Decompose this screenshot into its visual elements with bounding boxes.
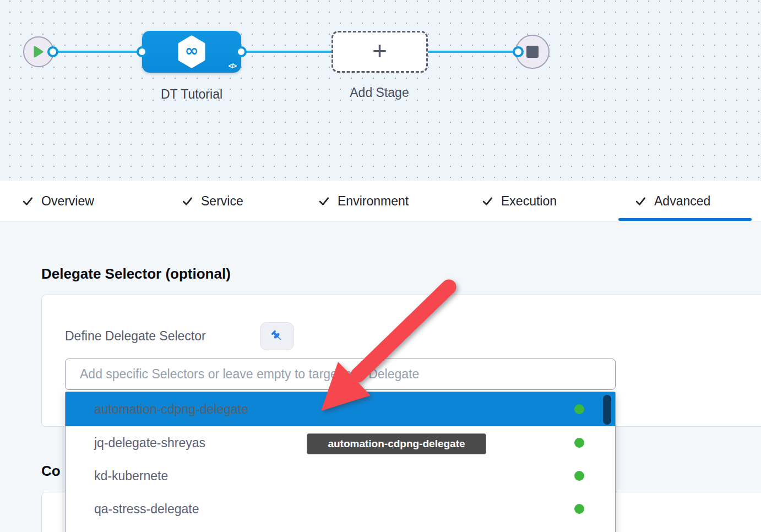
add-stage-label: Add Stage: [319, 85, 440, 100]
check-icon: [635, 196, 646, 207]
stage-node-dt-tutorial[interactable]: ∞ </>: [142, 31, 241, 73]
dropdown-option-qa-stress-delegate[interactable]: qa-stress-delegate: [66, 492, 615, 525]
dropdown-scrollbar-thumb[interactable]: [603, 395, 611, 425]
tab-service[interactable]: Service: [182, 181, 243, 221]
define-delegate-selector-label: Define Delegate Selector: [65, 329, 206, 344]
check-icon: [182, 196, 193, 207]
tab-overview[interactable]: Overview: [22, 181, 94, 221]
connector-port: [47, 46, 58, 57]
stage-node-label: DT Tutorial: [131, 87, 252, 102]
delegate-selector-input[interactable]: [65, 359, 616, 390]
delegate-status-dot: [574, 471, 584, 481]
stop-icon: [526, 46, 539, 58]
tab-environment[interactable]: Environment: [318, 181, 409, 221]
delegate-status-dot: [574, 504, 584, 514]
delegate-name-tooltip: automation-cdpng-delegate: [307, 433, 486, 454]
harness-logo-icon: ∞: [177, 35, 206, 68]
delegate-status-dot: [574, 438, 584, 448]
pipeline-stage-editor: ∞ </> + DT Tutorial Add Stage Overview S…: [0, 0, 761, 532]
pin-icon: [270, 329, 285, 344]
stage-tabbar: Overview Service Environment Execution A…: [0, 181, 761, 221]
play-icon: [34, 46, 44, 58]
delegate-dropdown-menu: automation-cdpng-delegate jq-delegate-sh…: [65, 392, 616, 532]
next-section-title-partial: Co: [41, 463, 61, 480]
dropdown-option-automation-cdpng-delegate[interactable]: automation-cdpng-delegate: [66, 392, 615, 426]
connector-edge: [428, 51, 518, 53]
tab-advanced[interactable]: Advanced: [635, 181, 710, 221]
pin-runtime-input-button[interactable]: [260, 322, 294, 350]
connector-port: [236, 46, 247, 57]
connector-port: [513, 46, 524, 57]
delegate-status-dot: [574, 404, 584, 414]
connector-edge: [241, 51, 333, 53]
check-icon: [22, 196, 34, 207]
connector-port: [137, 46, 148, 57]
tab-execution[interactable]: Execution: [482, 181, 557, 221]
add-stage-button[interactable]: +: [331, 31, 428, 73]
code-icon: </>: [229, 62, 236, 70]
delegate-selector-section-title: Delegate Selector (optional): [41, 265, 231, 283]
active-tab-underline: [618, 218, 752, 221]
check-icon: [318, 196, 330, 207]
check-icon: [482, 196, 493, 207]
pipeline-canvas[interactable]: ∞ </> + DT Tutorial Add Stage: [0, 0, 761, 181]
svg-text:∞: ∞: [185, 41, 199, 60]
connector-edge: [54, 51, 143, 53]
dropdown-option-kd-kubernete[interactable]: kd-kubernete: [66, 459, 615, 492]
